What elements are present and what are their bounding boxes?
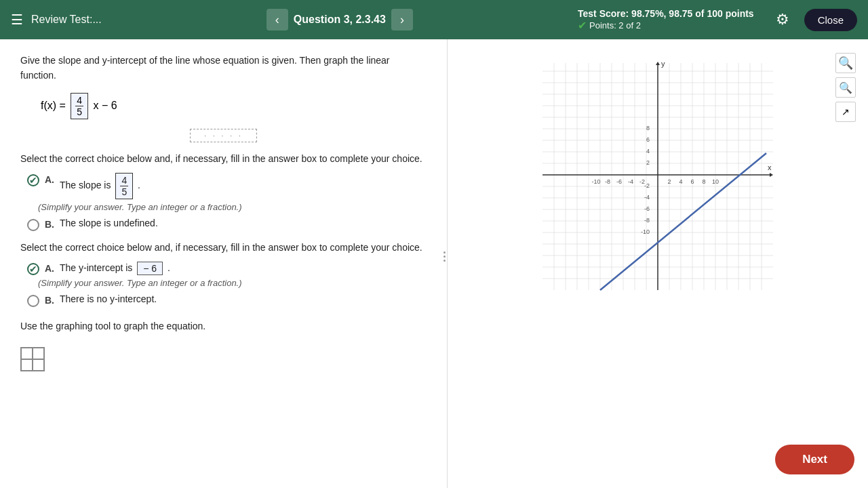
option-a2-label: A. bbox=[45, 263, 54, 274]
graph-prompt: Use the graphing tool to graph the equat… bbox=[20, 319, 427, 333]
svg-text:-2: -2 bbox=[644, 182, 650, 189]
question-label: Question 3, 2.3.43 bbox=[294, 14, 386, 26]
equation-display: f(x) = 4 5 x − 6 bbox=[41, 93, 427, 119]
left-panel: Give the slope and y-intercept of the li… bbox=[0, 39, 448, 488]
graph-tool-area bbox=[20, 347, 427, 371]
header: ☰ Review Test:... ‹ Question 3, 2.3.43 ›… bbox=[0, 0, 868, 39]
y-axis-label: y bbox=[661, 60, 665, 68]
svg-text:6: 6 bbox=[646, 136, 650, 143]
scroll-handle[interactable] bbox=[441, 229, 447, 283]
svg-text:-8: -8 bbox=[644, 217, 650, 224]
review-title: Review Test:... bbox=[31, 14, 102, 26]
radio-a2[interactable]: ✔ bbox=[27, 263, 39, 275]
svg-text:4: 4 bbox=[679, 178, 682, 185]
points-area: ✔ Points: 2 of 2 bbox=[578, 19, 754, 32]
svg-text:4: 4 bbox=[646, 148, 650, 155]
select-prompt-2: Select the correct choice below and, if … bbox=[20, 241, 427, 255]
graph-tool-button[interactable] bbox=[20, 347, 45, 371]
check-icon: ✔ bbox=[578, 19, 587, 32]
svg-text:2: 2 bbox=[646, 159, 650, 166]
zoom-in-button[interactable]: 🔍 bbox=[835, 53, 856, 73]
y-intercept-value: − 6 bbox=[137, 262, 163, 275]
svg-marker-39 bbox=[770, 173, 773, 177]
option-b2-content: There is no y-intercept. bbox=[60, 293, 157, 304]
external-link-button[interactable]: ↗ bbox=[835, 102, 856, 122]
check-a1-icon: ✔ bbox=[29, 175, 37, 186]
graph-area: x y -8 -6 -4 -2 -10 2 4 6 8 10 8 6 4 2 -… bbox=[542, 60, 773, 293]
select-prompt-1: Select the correct choice below and, if … bbox=[20, 152, 427, 166]
option-a1-label: A. bbox=[45, 174, 54, 185]
slope-fraction: 4 5 bbox=[115, 173, 133, 199]
zoom-out-button[interactable]: 🔍 bbox=[835, 77, 856, 98]
eq-fraction: 4 5 bbox=[71, 93, 88, 119]
test-score: Test Score: 98.75%, 98.75 of 100 points bbox=[578, 8, 754, 19]
svg-text:-4: -4 bbox=[628, 178, 633, 185]
close-button[interactable]: Close bbox=[804, 9, 857, 31]
question-prompt: Give the slope and y-intercept of the li… bbox=[20, 53, 427, 83]
option-a1-row[interactable]: ✔ A. The slope is 4 5 . bbox=[27, 173, 427, 199]
option-a2-row[interactable]: ✔ A. The y-intercept is − 6 . bbox=[27, 262, 427, 275]
radio-b1[interactable] bbox=[27, 219, 39, 231]
option-a1-content: The slope is 4 5 . bbox=[60, 173, 140, 199]
option-a2-content: The y-intercept is − 6 . bbox=[60, 262, 170, 275]
simplify-hint-2: (Simplify your answer. Type an integer o… bbox=[38, 278, 427, 288]
settings-icon[interactable]: ⚙ bbox=[776, 11, 789, 28]
svg-text:-4: -4 bbox=[644, 194, 650, 201]
option-b2-row[interactable]: B. There is no y-intercept. bbox=[27, 293, 427, 307]
main-content: Give the slope and y-intercept of the li… bbox=[0, 39, 868, 488]
svg-text:-6: -6 bbox=[644, 205, 650, 212]
option-b2-label: B. bbox=[45, 295, 54, 306]
points-label: Points: 2 of 2 bbox=[589, 20, 641, 30]
radio-a1[interactable]: ✔ bbox=[27, 174, 39, 186]
option-b1-content: The slope is undefined. bbox=[60, 218, 158, 228]
svg-text:6: 6 bbox=[690, 178, 694, 185]
prev-question-button[interactable]: ‹ bbox=[267, 9, 288, 30]
svg-text:-8: -8 bbox=[605, 178, 610, 185]
x-axis-label: x bbox=[768, 163, 772, 171]
graph-controls: 🔍 🔍 ↗ bbox=[835, 53, 856, 122]
next-button[interactable]: Next bbox=[775, 445, 854, 474]
svg-text:8: 8 bbox=[702, 178, 705, 185]
coordinate-graph: x y -8 -6 -4 -2 -10 2 4 6 8 10 8 6 4 2 -… bbox=[542, 60, 773, 293]
question-nav: ‹ Question 3, 2.3.43 › bbox=[267, 9, 413, 30]
function-line bbox=[600, 153, 766, 290]
right-panel: 🔍 🔍 ↗ bbox=[448, 39, 868, 488]
simplify-hint-1: (Simplify your answer. Type an integer o… bbox=[38, 202, 427, 212]
check-a2-icon: ✔ bbox=[29, 264, 37, 274]
option-b1-row[interactable]: B. The slope is undefined. bbox=[27, 218, 427, 231]
svg-text:2: 2 bbox=[667, 178, 671, 185]
radio-b2[interactable] bbox=[27, 295, 39, 307]
svg-text:8: 8 bbox=[646, 125, 650, 131]
svg-text:-6: -6 bbox=[616, 178, 622, 185]
svg-text:10: 10 bbox=[712, 178, 719, 185]
svg-text:-10: -10 bbox=[591, 178, 600, 185]
svg-marker-41 bbox=[656, 62, 660, 65]
option-b1-label: B. bbox=[45, 219, 54, 230]
divider: · · · · · bbox=[20, 129, 427, 142]
score-area: Test Score: 98.75%, 98.75 of 100 points … bbox=[578, 8, 754, 32]
svg-text:-10: -10 bbox=[641, 228, 650, 235]
next-question-button[interactable]: › bbox=[391, 9, 413, 30]
menu-icon[interactable]: ☰ bbox=[11, 12, 23, 28]
